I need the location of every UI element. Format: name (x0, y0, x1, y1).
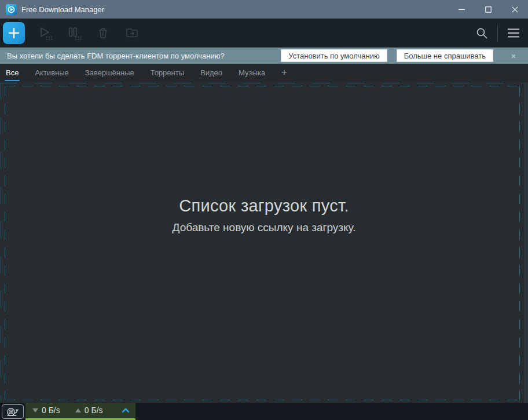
download-speed-value: 0 Б/s (42, 406, 60, 415)
add-download-button[interactable] (3, 22, 25, 44)
tab-music[interactable]: Музыка (239, 64, 265, 82)
empty-state-subtitle: Добавьте новую ссылку на загрузку. (173, 221, 356, 234)
upload-speed-value: 0 Б/s (85, 406, 103, 415)
menu-icon[interactable] (506, 25, 521, 41)
download-arrow-icon (32, 408, 38, 412)
window-title: Free Download Manager (21, 5, 104, 14)
tab-torrents[interactable]: Торренты (151, 64, 184, 82)
tab-video[interactable]: Видео (200, 64, 222, 82)
tab-completed[interactable]: Завершённые (85, 64, 134, 82)
maximize-button[interactable] (475, 0, 501, 19)
download-speed: 0 Б/s (32, 406, 60, 415)
fdm-window: Free Download Manager (0, 0, 528, 420)
notification-close-icon[interactable]: × (507, 49, 520, 62)
toolbar (0, 19, 528, 48)
start-downloads-icon[interactable] (38, 25, 53, 41)
toolbar-divider (497, 25, 498, 41)
window-controls (448, 0, 528, 19)
empty-state: Список загрузок пуст. Добавьте новую ссы… (0, 82, 528, 403)
set-default-button[interactable]: Установить по умолчанию (281, 49, 387, 62)
notification-bar: Вы хотели бы сделать FDM торрент-клиенто… (0, 48, 528, 64)
open-folder-icon[interactable] (124, 25, 140, 41)
upload-arrow-icon (75, 408, 81, 412)
fdm-logo-icon (6, 4, 17, 15)
toolbar-right (474, 25, 521, 41)
notification-buttons: Установить по умолчанию Больше не спраши… (281, 49, 522, 62)
snail-mode-button[interactable] (2, 404, 24, 419)
notification-message: Вы хотели бы сделать FDM торрент-клиенто… (7, 52, 225, 60)
speed-panel[interactable]: 0 Б/s 0 Б/s (25, 403, 135, 420)
titlebar: Free Download Manager (0, 0, 528, 19)
snail-icon (6, 407, 20, 417)
downloads-area: Список загрузок пуст. Добавьте новую ссы… (0, 82, 528, 403)
expand-chevron-icon[interactable] (122, 408, 130, 413)
pause-downloads-icon[interactable] (67, 25, 82, 41)
upload-speed: 0 Б/s (75, 406, 103, 415)
status-bar: 0 Б/s 0 Б/s (0, 403, 528, 420)
dont-ask-button[interactable]: Больше не спрашивать (397, 49, 493, 62)
empty-state-title: Список загрузок пуст. (179, 196, 349, 216)
close-button[interactable] (501, 0, 528, 19)
tab-all[interactable]: Все (6, 64, 19, 82)
delete-download-icon[interactable] (96, 25, 111, 41)
search-icon[interactable] (474, 25, 489, 41)
tab-bar: Все Активные Завершённые Торренты Видео … (0, 64, 528, 82)
tab-active[interactable]: Активные (35, 64, 68, 82)
add-tab-button[interactable]: + (281, 63, 287, 84)
minimize-button[interactable] (448, 0, 475, 19)
